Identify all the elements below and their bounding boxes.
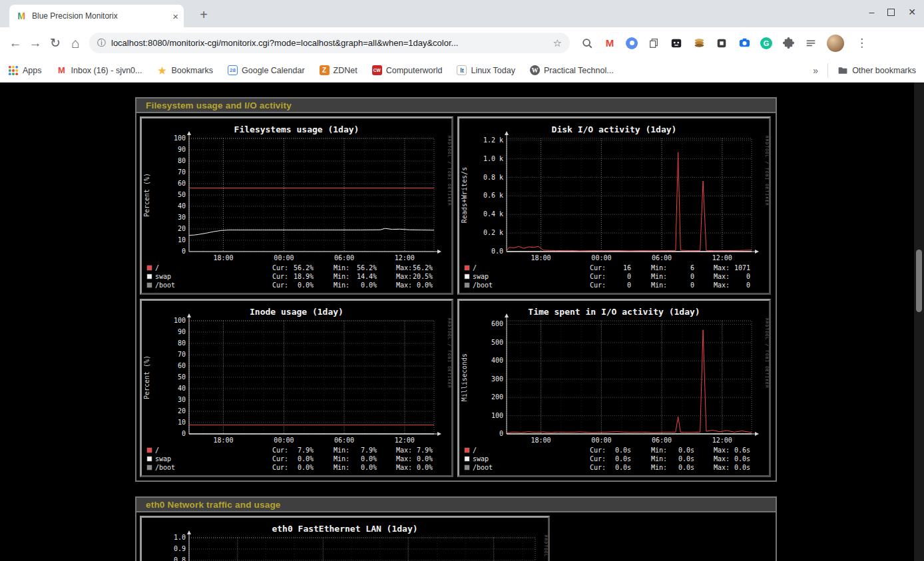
tab-close-icon[interactable]: × (172, 11, 178, 21)
svg-text:1.0: 1.0 (174, 534, 186, 541)
svg-text:7.9%: 7.9% (298, 447, 314, 454)
reading-list-icon[interactable] (804, 37, 817, 50)
svg-text:Max:: Max: (396, 464, 412, 471)
search-icon[interactable] (580, 37, 594, 50)
reload-button[interactable]: ↻ (45, 33, 65, 53)
svg-text:7.9%: 7.9% (361, 447, 377, 454)
svg-text:Max:: Max: (714, 464, 730, 471)
svg-text:56.2%: 56.2% (413, 264, 433, 272)
browser-menu-icon[interactable]: ⋮ (853, 36, 870, 50)
gmail-icon[interactable]: M (603, 37, 616, 50)
svg-text:12:00: 12:00 (712, 254, 732, 262)
svg-text:Min:: Min: (334, 464, 349, 471)
svg-text:20: 20 (178, 225, 186, 232)
svg-text:0.0%: 0.0% (361, 455, 377, 463)
svg-text:16: 16 (623, 264, 631, 272)
bookmark-linux-today[interactable]: lt Linux Today (457, 65, 515, 75)
camera-icon[interactable] (738, 37, 751, 50)
copy-pages-icon[interactable] (647, 37, 660, 50)
address-bar[interactable]: ⓘ localhost:8080/monitorix-cgi/monitorix… (89, 33, 570, 53)
tab-favicon-monitorix: M (16, 11, 27, 21)
svg-text:0: 0 (746, 273, 750, 280)
svg-text:80: 80 (178, 339, 186, 347)
svg-text:swap: swap (473, 273, 489, 280)
forward-button[interactable]: → (25, 33, 45, 53)
bookmark-practical-technology[interactable]: W Practical Technol... (530, 65, 614, 75)
svg-text:0.8 k: 0.8 k (483, 174, 503, 181)
monitorix-page: Filesystem usage and I/O activity 010203… (135, 97, 777, 561)
bookmark-inbox[interactable]: M Inbox (16) - sjvn0... (57, 65, 142, 76)
tab-favicon-letter: M (17, 11, 25, 21)
svg-text:Min:: Min: (651, 464, 667, 471)
window-close-button[interactable]: ✕ (908, 7, 916, 17)
page-scrollbar[interactable] (914, 83, 924, 561)
url-text[interactable]: localhost:8080/monitorix-cgi/monitorix.c… (111, 38, 548, 48)
page-viewport: Filesystem usage and I/O activity 010203… (0, 83, 924, 561)
svg-text:90: 90 (178, 328, 186, 335)
svg-text:RRDTOOL / TOBI OETIKER: RRDTOOL / TOBI OETIKER (765, 136, 769, 206)
io-time-chart[interactable]: 010020030040050060018:0000:0006:0012:00T… (459, 301, 769, 475)
svg-text:swap: swap (155, 273, 171, 280)
home-button[interactable]: ⌂ (65, 33, 85, 53)
disk-io-activity-chart[interactable]: 0.00.2 k0.4 k0.6 k0.8 k1.0 k1.2 k18:0000… (459, 118, 769, 293)
svg-text:0.0s: 0.0s (615, 455, 631, 463)
svg-text:0.0s: 0.0s (615, 447, 631, 454)
svg-text:1.0 k: 1.0 k (483, 155, 503, 162)
svg-text:90: 90 (178, 146, 186, 153)
filesystems-usage-chart[interactable]: 010203040506070809010018:0000:0006:0012:… (142, 118, 451, 293)
svg-text:Min:: Min: (651, 281, 667, 289)
svg-text:Cur:: Cur: (272, 273, 288, 280)
extensions-puzzle-icon[interactable] (782, 37, 795, 50)
svg-text:6: 6 (690, 264, 694, 272)
eth0-lan-graph[interactable]: 1.00.90.80.70.60.50.40.30.20.10.018:0000… (140, 516, 550, 561)
window-maximize-button[interactable] (887, 9, 895, 16)
assistant-icon[interactable] (626, 37, 638, 49)
svg-text:60: 60 (178, 362, 186, 369)
svg-text:0.0s: 0.0s (678, 447, 694, 454)
scrollbar-thumb[interactable] (916, 250, 922, 312)
bookmark-bookmarks[interactable]: ★ Bookmarks (157, 65, 214, 76)
svg-text:/: / (155, 264, 159, 272)
svg-text:RRDTOOL / TOBI OETIKER: RRDTOOL / TOBI OETIKER (447, 136, 451, 206)
svg-text:56.2%: 56.2% (294, 264, 314, 272)
bookmarks-bar: Apps M Inbox (16) - sjvn0... ★ Bookmarks… (0, 59, 924, 83)
eth0-lan-chart[interactable]: 1.00.90.80.70.60.50.40.30.20.10.018:0000… (142, 518, 548, 561)
svg-text:14.4%: 14.4% (357, 273, 377, 280)
profile-avatar[interactable] (827, 35, 844, 52)
layers-stack-icon[interactable] (692, 37, 706, 50)
svg-text:Max:: Max: (396, 273, 412, 280)
window-minimize-button[interactable]: – (869, 7, 874, 17)
io-time-graph[interactable]: 010020030040050060018:0000:0006:0012:00T… (457, 299, 771, 477)
bookmark-zdnet[interactable]: Z ZDNet (320, 65, 357, 75)
svg-text:7.9%: 7.9% (417, 447, 433, 454)
grammarly-icon[interactable]: G (760, 37, 772, 49)
bookmark-computerworld[interactable]: CW Computerworld (372, 65, 443, 75)
svg-text:40: 40 (178, 202, 186, 210)
inode-usage-graph[interactable]: 010203040506070809010018:0000:0006:0012:… (140, 299, 453, 477)
page-info-icon[interactable]: ⓘ (97, 37, 106, 49)
pixel-app-icon[interactable] (670, 37, 683, 50)
bookmarks-overflow-chevron[interactable]: » (813, 65, 818, 76)
browser-tab[interactable]: M Blue Precision Monitorix × (9, 5, 184, 27)
back-button[interactable]: ← (5, 33, 25, 53)
disk-io-activity-graph[interactable]: 0.00.2 k0.4 k0.6 k0.8 k1.0 k1.2 k18:0000… (457, 116, 771, 295)
badge-app-icon[interactable] (715, 37, 728, 50)
svg-text:Max:: Max: (714, 273, 730, 280)
svg-text:80: 80 (178, 157, 186, 164)
other-bookmarks-button[interactable]: Other bookmarks (827, 63, 916, 78)
calendar-favicon: 28 (228, 65, 238, 75)
svg-text:Cur:: Cur: (590, 281, 606, 289)
svg-text:0.0%: 0.0% (417, 455, 433, 463)
bookmark-star-icon[interactable]: ☆ (553, 37, 562, 49)
computerworld-favicon: CW (372, 65, 382, 75)
inode-usage-chart[interactable]: 010203040506070809010018:0000:0006:0012:… (142, 301, 451, 475)
window-controls: – ✕ (869, 7, 916, 17)
svg-text:06:00: 06:00 (652, 254, 672, 262)
svg-text:0: 0 (627, 273, 631, 280)
bookmark-google-calendar[interactable]: 28 Google Calendar (228, 65, 305, 75)
bookmark-apps[interactable]: Apps (8, 65, 42, 76)
filesystems-usage-graph[interactable]: 010203040506070809010018:0000:0006:0012:… (140, 116, 453, 295)
new-tab-button[interactable]: + (196, 7, 212, 23)
section-body-network: 1.00.90.80.70.60.50.40.30.20.10.018:0000… (136, 512, 776, 561)
bookmark-label: Inbox (16) - sjvn0... (71, 66, 142, 75)
